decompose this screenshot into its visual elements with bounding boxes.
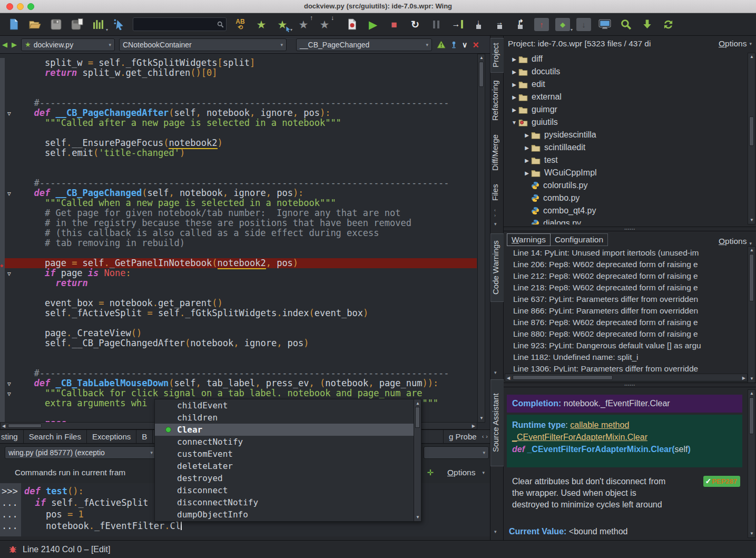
code-line[interactable]: ▽ def _CB_TabLabelMouseDown(self, tab_la…	[0, 378, 477, 388]
panel-tab-refactoring[interactable]: Refactoring	[490, 74, 504, 127]
add-icon[interactable]: ✛	[427, 468, 434, 477]
method-selector[interactable]: __CB_PageChanged ▾	[296, 38, 432, 51]
code-line[interactable]	[0, 358, 477, 368]
search-code-icon[interactable]	[618, 16, 634, 32]
code-line[interactable]	[0, 128, 477, 138]
tab-configuration[interactable]: Configuration	[551, 233, 608, 246]
warning-item[interactable]: Line 866: PyLint: Parameters differ from…	[505, 305, 748, 317]
tab-scroll-left-icon[interactable]: ‹	[482, 430, 486, 443]
code-line[interactable]	[0, 288, 477, 298]
completion-item[interactable]: disconnect	[155, 484, 421, 496]
code-line[interactable]: # in the registry because these are posi…	[0, 218, 477, 228]
panel-tab-code-warnings[interactable]: Code Warnings	[490, 233, 504, 302]
warning-triangle-icon[interactable]	[437, 41, 446, 48]
code-line[interactable]: #---------------------------------------…	[0, 178, 477, 188]
panel-tab-overflow-icon[interactable]: ‹	[494, 208, 496, 213]
panel-tab-overflow-icon[interactable]: ▾	[494, 221, 497, 227]
replace-ab-icon[interactable]: AB⟲	[232, 16, 248, 32]
warnings-hscrollbar[interactable]: ◀ ▶	[505, 374, 748, 381]
code-line[interactable]: return split_w.get_children()[0]	[0, 68, 477, 78]
code-line[interactable]: #---------------------------------------…	[0, 98, 477, 108]
completion-item[interactable]: childEvent	[155, 399, 421, 412]
nav-forward-icon[interactable]: ▶	[12, 41, 17, 48]
save-icon[interactable]	[48, 16, 64, 32]
tree-item[interactable]: ▶test	[504, 154, 748, 167]
goto-icon[interactable]	[639, 16, 655, 32]
nav-back-icon[interactable]: ◀	[2, 41, 7, 48]
frame-selector[interactable]: ▾	[424, 446, 489, 459]
panel-tab-diff-merge[interactable]: Diff/Merge	[490, 129, 504, 177]
tree-item[interactable]: ▶pysidescintilla	[504, 129, 748, 141]
stop-icon[interactable]: ■	[386, 16, 402, 32]
open-folder-icon[interactable]	[27, 16, 43, 32]
tree-item[interactable]: colorutils.py	[504, 179, 748, 192]
tree-item[interactable]: ▶guimgr	[504, 103, 748, 116]
warning-item[interactable]: Line 876: Pep8: W602 deprecated form of …	[505, 317, 748, 328]
panel-splitter[interactable]: ••••••	[504, 227, 756, 231]
tab-warnings[interactable]: Warnings	[507, 233, 551, 246]
completion-item[interactable]: Clear	[155, 424, 421, 436]
tab-scroll-right-icon[interactable]: ›	[486, 430, 490, 443]
tab-sting[interactable]: sting	[0, 430, 24, 443]
bookmark-prev-icon[interactable]: ★↑	[296, 16, 311, 32]
search-input[interactable]	[133, 18, 212, 30]
assistant-vscrollbar[interactable]: ▲ ▼	[748, 389, 755, 538]
remote-display-icon[interactable]	[597, 16, 613, 32]
tab-search-in-files[interactable]: Search in Files	[24, 430, 87, 443]
tree-item[interactable]: ▶diff	[504, 53, 748, 65]
warning-item[interactable]: Line 212: Pep8: W602 deprecated form of …	[505, 270, 748, 282]
warning-item[interactable]: Line 218: Pep8: W602 deprecated form of …	[505, 282, 748, 293]
completion-item[interactable]: dumpObjectInfo	[155, 508, 421, 521]
probe-options-button[interactable]: Options	[447, 468, 475, 477]
panel-splitter[interactable]: ••••••	[504, 383, 756, 387]
editor-vscrollbar[interactable]: ▲ ▼	[477, 54, 485, 423]
run-icon[interactable]: ▶	[365, 16, 381, 32]
code-line[interactable]	[0, 158, 477, 168]
tab-debug-probe[interactable]: g Probe	[443, 430, 482, 443]
completion-item[interactable]: deleteLater	[155, 460, 421, 472]
code-line[interactable]: ◆ page = self._GetPanelInNotebook(notebo…	[0, 258, 477, 268]
code-line[interactable]: ▽ if page is None:	[0, 268, 477, 278]
code-line[interactable]: # tab removing in rebuild)	[0, 238, 477, 248]
warning-item[interactable]: Line 1182: Undefined name: split_i	[505, 351, 748, 363]
code-line[interactable]: page._CreateView()	[0, 328, 477, 338]
step-out-icon[interactable]: ↱	[513, 16, 528, 32]
tree-item[interactable]: ▶docutils	[504, 65, 748, 78]
warning-item[interactable]: Line 1306: PyLint: Parameters differ fro…	[505, 363, 748, 372]
tree-item[interactable]: ▶scintillaedit	[504, 141, 748, 154]
project-vscrollbar[interactable]: ▲ ▼	[748, 53, 755, 224]
run-to-cursor-icon[interactable]: →	[449, 16, 465, 32]
runtime-class-link[interactable]: _CEventFilterForAdapterMixin.Clear	[512, 433, 647, 442]
panel-tab-overflow-icon[interactable]: ▾	[494, 529, 497, 534]
code-line[interactable]	[0, 348, 477, 358]
tree-item[interactable]: ▶WGuiCppImpl	[504, 167, 748, 179]
code-editor[interactable]: split_w = self._fGtkSplitWidgets[split] …	[0, 54, 490, 429]
process-selector[interactable]: wing.py (pid 85777) (exceptio ▾	[5, 446, 156, 459]
debug-file-icon[interactable]	[344, 16, 360, 32]
tab-exceptions[interactable]: Exceptions	[87, 430, 136, 443]
pointer-select-icon[interactable]	[111, 16, 127, 32]
bookmark-select-icon[interactable]: ★▾	[274, 16, 290, 32]
code-line[interactable]	[0, 78, 477, 88]
commit-icon[interactable]: ↑	[534, 16, 549, 32]
file-selector[interactable]: ★ dockview.py ▾	[21, 38, 115, 51]
runtime-type-link[interactable]: callable method	[570, 420, 629, 429]
refresh-icon[interactable]	[660, 16, 676, 32]
panel-tab-files[interactable]: Files	[490, 179, 504, 206]
tab-b[interactable]: B	[136, 430, 153, 443]
panel-tab-overflow-icon[interactable]: ▾	[494, 370, 497, 375]
bookmark-next-icon[interactable]: ★↓	[317, 16, 332, 32]
warning-item[interactable]: Line 14: PyLint: Unused import itertools…	[505, 247, 748, 259]
code-line[interactable]: ▽ def __CB_PageChangedAfter(self, notebo…	[0, 108, 477, 118]
tree-item[interactable]: ▼guiutils	[504, 116, 748, 129]
code-line[interactable]: # Get page for given notebook/tab number…	[0, 208, 477, 218]
completion-item[interactable]: children	[155, 412, 421, 424]
panel-tab-project[interactable]: Project	[490, 38, 504, 73]
chevron-down-icon[interactable]: ∨	[462, 41, 467, 49]
code-line[interactable]: ▽ """Callback for click signal on a tab …	[0, 388, 477, 398]
warning-item[interactable]: Line 923: PyLint: Dangerous default valu…	[505, 340, 748, 351]
code-line[interactable]: event_box = notebook.get_parent()	[0, 298, 477, 308]
tree-item[interactable]: combo.py	[504, 192, 748, 204]
completion-item[interactable]: destroyed	[155, 472, 421, 484]
code-line[interactable]: self.__CB_PageChangedAfter(notebook, ign…	[0, 338, 477, 348]
